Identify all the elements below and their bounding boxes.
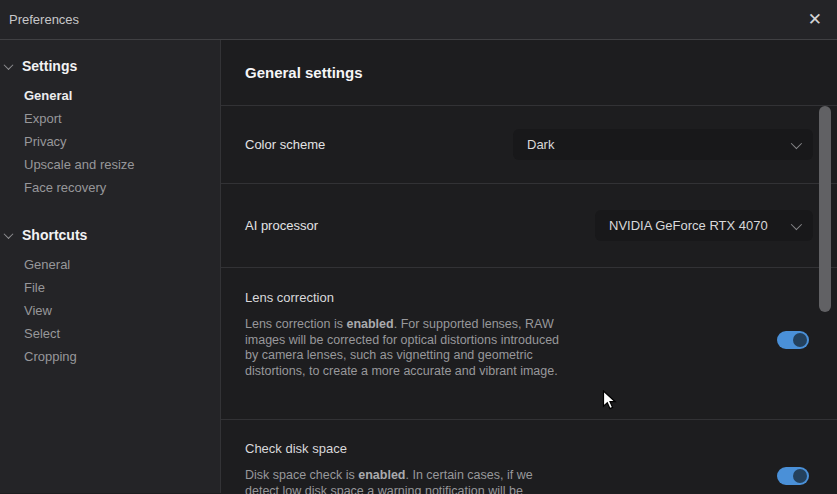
sidebar-section-settings: Settings General Export Privacy Upscale … bbox=[0, 56, 220, 199]
toggle-knob bbox=[793, 469, 807, 483]
close-icon[interactable]: ✕ bbox=[804, 9, 826, 30]
sidebar-section-label: Settings bbox=[22, 58, 77, 74]
color-scheme-value: Dark bbox=[527, 137, 554, 152]
sidebar-section-label: Shortcuts bbox=[22, 227, 87, 243]
lens-correction-row: Lens correction Lens correction is enabl… bbox=[221, 268, 837, 420]
settings-panel: General settings Color scheme Dark AI pr… bbox=[221, 40, 837, 493]
ai-processor-dropdown[interactable]: NVIDIA GeForce RTX 4070 bbox=[595, 210, 813, 241]
check-disk-space-description: Disk space check is enabled. In certain … bbox=[245, 468, 563, 494]
sidebar-section-header-shortcuts[interactable]: Shortcuts bbox=[0, 225, 220, 245]
chevron-down-icon bbox=[791, 137, 802, 148]
chevron-down-icon bbox=[4, 229, 14, 239]
description-bold: enabled bbox=[346, 317, 393, 331]
description-bold: enabled bbox=[358, 468, 405, 482]
scrollbar[interactable] bbox=[819, 40, 831, 493]
chevron-down-icon bbox=[4, 60, 14, 70]
toggle-knob bbox=[793, 333, 807, 347]
sidebar-item-cropping[interactable]: Cropping bbox=[0, 345, 220, 368]
description-text: Disk space check is bbox=[245, 468, 358, 482]
sidebar-item-settings-general[interactable]: General bbox=[0, 84, 220, 107]
sidebar-item-file[interactable]: File bbox=[0, 276, 220, 299]
check-disk-space-toggle[interactable] bbox=[777, 467, 809, 485]
check-disk-space-label: Check disk space bbox=[245, 441, 813, 456]
ai-processor-value: NVIDIA GeForce RTX 4070 bbox=[609, 218, 768, 233]
color-scheme-row: Color scheme Dark bbox=[221, 106, 837, 184]
sidebar-section-shortcuts: Shortcuts General File View Select Cropp… bbox=[0, 225, 220, 368]
page-title: General settings bbox=[245, 64, 363, 81]
color-scheme-label: Color scheme bbox=[245, 137, 325, 152]
ai-processor-label: AI processor bbox=[245, 218, 318, 233]
sidebar-item-upscale-and-resize[interactable]: Upscale and resize bbox=[0, 153, 220, 176]
chevron-down-icon bbox=[791, 218, 802, 229]
color-scheme-dropdown[interactable]: Dark bbox=[513, 129, 813, 160]
titlebar: Preferences ✕ bbox=[0, 0, 837, 40]
sidebar: Settings General Export Privacy Upscale … bbox=[0, 40, 221, 493]
sidebar-item-shortcuts-general[interactable]: General bbox=[0, 253, 220, 276]
scrollbar-thumb[interactable] bbox=[819, 106, 831, 312]
description-text: Lens correction is bbox=[245, 317, 346, 331]
ai-processor-row: AI processor NVIDIA GeForce RTX 4070 bbox=[221, 184, 837, 268]
sidebar-item-view[interactable]: View bbox=[0, 299, 220, 322]
lens-correction-toggle[interactable] bbox=[777, 331, 809, 349]
sidebar-item-face-recovery[interactable]: Face recovery bbox=[0, 176, 220, 199]
sidebar-item-export[interactable]: Export bbox=[0, 107, 220, 130]
window-title: Preferences bbox=[9, 12, 79, 27]
sidebar-section-header-settings[interactable]: Settings bbox=[0, 56, 220, 76]
check-disk-space-row: Check disk space Disk space check is ena… bbox=[221, 420, 837, 494]
lens-correction-description: Lens correction is enabled. For supporte… bbox=[245, 317, 563, 379]
sidebar-item-privacy[interactable]: Privacy bbox=[0, 130, 220, 153]
sidebar-item-select[interactable]: Select bbox=[0, 322, 220, 345]
preferences-dialog: Preferences ✕ Settings General Export Pr… bbox=[0, 0, 837, 494]
lens-correction-label: Lens correction bbox=[245, 290, 813, 305]
